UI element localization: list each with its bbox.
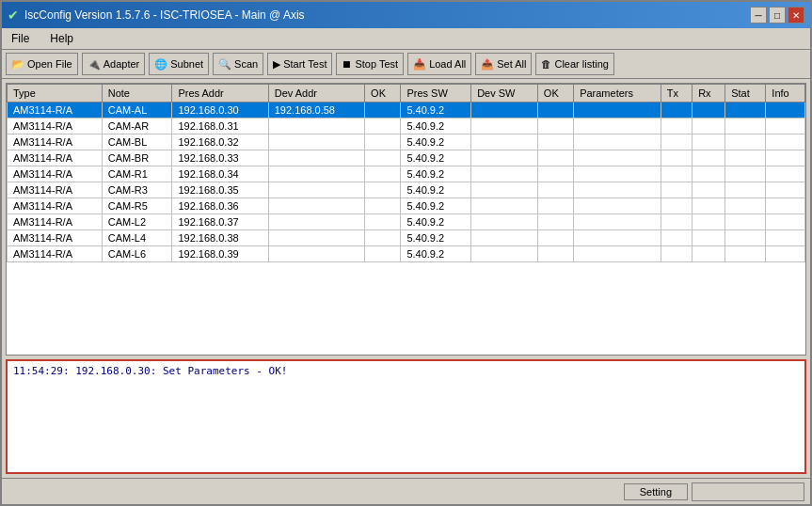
scan-icon: 🔍 (218, 58, 231, 71)
minimize-button[interactable]: ─ (750, 7, 767, 24)
table-cell: CAM-R1 (102, 166, 172, 182)
scan-button[interactable]: 🔍 Scan (213, 53, 263, 75)
table-cell: 5.40.9.2 (401, 134, 471, 150)
close-button[interactable]: ✕ (788, 7, 804, 24)
table-cell: AM3114-R/A (8, 150, 103, 166)
table-row[interactable]: AM3114-R/ACAM-BR192.168.0.335.40.9.2 (8, 150, 805, 166)
table-cell (766, 214, 805, 230)
table-cell (574, 134, 661, 150)
table-cell (693, 182, 725, 198)
table-cell: 5.40.9.2 (401, 230, 471, 246)
table-cell: CAM-R5 (102, 198, 172, 214)
setting-button[interactable]: Setting (624, 483, 688, 500)
table-cell (365, 119, 401, 134)
stop-test-icon: ⏹ (342, 58, 352, 70)
table-cell (766, 150, 805, 166)
table-cell (693, 134, 725, 150)
table-cell: 5.40.9.2 (401, 119, 471, 134)
titlebar: ✔ IscConfig Version 1.5.7.6 - ISC-TRIOSE… (2, 2, 810, 28)
titlebar-controls: ─ □ ✕ (750, 7, 804, 24)
maximize-button[interactable]: □ (769, 7, 786, 24)
table-cell: 192.168.0.38 (172, 230, 268, 246)
stop-test-button[interactable]: ⏹ Stop Test (336, 53, 404, 75)
main-window: ✔ IscConfig Version 1.5.7.6 - ISC-TRIOSE… (0, 0, 812, 506)
open-file-button[interactable]: 📂 Open File (6, 53, 78, 75)
table-cell (537, 119, 573, 134)
table-cell (661, 119, 692, 134)
table-cell (537, 246, 573, 262)
col-stat: Stat (725, 85, 766, 103)
table-cell (537, 198, 573, 214)
table-cell (693, 246, 725, 262)
table-row[interactable]: AM3114-R/ACAM-R3192.168.0.355.40.9.2 (8, 182, 805, 198)
table-cell (471, 246, 538, 262)
col-pres-sw: Pres SW (401, 85, 471, 103)
adapter-button[interactable]: 🔌 Adapter (82, 53, 146, 75)
table-cell: CAM-BR (102, 150, 172, 166)
table-cell (268, 182, 364, 198)
menu-file[interactable]: File (6, 30, 35, 47)
table-cell: 5.40.9.2 (401, 166, 471, 182)
table-row[interactable]: AM3114-R/ACAM-BL192.168.0.325.40.9.2 (8, 134, 805, 150)
clear-listing-button[interactable]: 🗑 Clear listing (535, 53, 613, 75)
table-cell: 5.40.9.2 (401, 214, 471, 230)
table-cell (725, 246, 766, 262)
table-cell (268, 134, 364, 150)
col-note: Note (102, 85, 172, 103)
table-cell (725, 198, 766, 214)
table-cell: CAM-BL (102, 134, 172, 150)
load-all-button[interactable]: 📥 Load All (407, 53, 471, 75)
start-test-button[interactable]: ▶ Start Test (267, 53, 332, 75)
menu-help[interactable]: Help (44, 30, 79, 47)
table-row[interactable]: AM3114-R/ACAM-AL192.168.0.30192.168.0.58… (8, 103, 805, 119)
table-cell: 192.168.0.34 (172, 166, 268, 182)
table-cell (574, 103, 661, 119)
device-table-container[interactable]: Type Note Pres Addr Dev Addr OK Pres SW … (6, 83, 806, 356)
table-row[interactable]: AM3114-R/ACAM-L4192.168.0.385.40.9.2 (8, 230, 805, 246)
table-row[interactable]: AM3114-R/ACAM-L2192.168.0.375.40.9.2 (8, 214, 805, 230)
table-cell (574, 214, 661, 230)
table-cell: 192.168.0.36 (172, 198, 268, 214)
table-row[interactable]: AM3114-R/ACAM-AR192.168.0.315.40.9.2 (8, 119, 805, 134)
table-row[interactable]: AM3114-R/ACAM-R5192.168.0.365.40.9.2 (8, 198, 805, 214)
table-row[interactable]: AM3114-R/ACAM-R1192.168.0.345.40.9.2 (8, 166, 805, 182)
adapter-icon: 🔌 (88, 58, 101, 71)
table-cell (365, 246, 401, 262)
set-all-button[interactable]: 📤 Set All (475, 53, 532, 75)
toolbar: 📂 Open File 🔌 Adapter 🌐 Subnet 🔍 Scan ▶ … (2, 50, 810, 79)
table-cell: AM3114-R/A (8, 182, 103, 198)
table-cell (661, 246, 692, 262)
table-cell (766, 246, 805, 262)
col-rx: Rx (693, 85, 725, 103)
clear-listing-icon: 🗑 (541, 58, 551, 70)
col-type: Type (8, 85, 103, 103)
table-cell: CAM-L6 (102, 246, 172, 262)
table-cell (766, 119, 805, 134)
table-cell: 192.168.0.33 (172, 150, 268, 166)
table-cell (471, 182, 538, 198)
subnet-button[interactable]: 🌐 Subnet (149, 53, 209, 75)
table-cell (268, 230, 364, 246)
table-cell (574, 246, 661, 262)
table-cell (661, 166, 692, 182)
content-area: Type Note Pres Addr Dev Addr OK Pres SW … (2, 79, 810, 478)
table-cell (693, 103, 725, 119)
table-cell: AM3114-R/A (8, 198, 103, 214)
table-row[interactable]: AM3114-R/ACAM-L6192.168.0.395.40.9.2 (8, 246, 805, 262)
table-cell: 192.168.0.31 (172, 119, 268, 134)
table-cell (661, 230, 692, 246)
log-entry: 11:54:29: 192.168.0.30: Set Parameters -… (13, 365, 799, 377)
table-cell: 5.40.9.2 (401, 182, 471, 198)
set-all-icon: 📤 (481, 58, 494, 71)
table-cell (574, 166, 661, 182)
log-container: 11:54:29: 192.168.0.30: Set Parameters -… (6, 359, 806, 474)
col-parameters: Parameters (574, 85, 661, 103)
table-cell (574, 230, 661, 246)
table-cell (766, 166, 805, 182)
table-cell (537, 214, 573, 230)
table-cell: 5.40.9.2 (401, 246, 471, 262)
table-cell: 5.40.9.2 (401, 150, 471, 166)
table-cell (365, 214, 401, 230)
table-cell: CAM-AL (102, 103, 172, 119)
col-ok1: OK (365, 85, 401, 103)
